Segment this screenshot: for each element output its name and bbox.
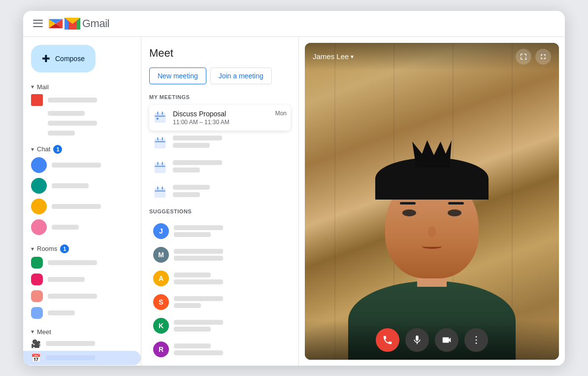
inbox-icon: [31, 94, 43, 106]
skeleton-line: [173, 185, 210, 190]
room-avatar-1: [31, 257, 43, 269]
compose-label: Compose: [55, 55, 85, 63]
suggestion-item-3[interactable]: S: [149, 290, 291, 314]
top-bar: Gmail: [23, 11, 565, 37]
chat-item-4[interactable]: [23, 217, 141, 238]
mail-item-2[interactable]: [23, 108, 141, 118]
chat-badge: 1: [53, 145, 62, 154]
rooms-section-label: Rooms: [37, 245, 57, 252]
mail-section-header[interactable]: ▾ Mail: [23, 80, 141, 92]
meeting-item-3[interactable]: [149, 180, 291, 205]
chat-section-header[interactable]: ▾ Chat 1: [23, 142, 141, 155]
divider-2: [23, 238, 141, 241]
skeleton-line: [174, 273, 211, 277]
room-item-4[interactable]: [23, 305, 141, 321]
meet-new-item[interactable]: 🎥: [23, 337, 141, 351]
meet-calendar-icon: 📅: [31, 353, 41, 363]
skeleton-line: [174, 303, 201, 308]
meeting-time-0: 11:00 AM – 11:30 AM: [173, 119, 269, 126]
meet-buttons: New meeting Join a meeting: [149, 68, 291, 84]
suggestion-avatar-5: R: [153, 342, 169, 357]
hair-spiky: [412, 140, 452, 168]
gmail-window: Gmail ✚ Compose ▾ Mail: [23, 11, 565, 366]
skeleton-line: [174, 296, 223, 301]
room-item-2[interactable]: [23, 271, 141, 288]
chat-section-label: Chat: [37, 145, 50, 153]
suggestion-item-5[interactable]: R: [149, 338, 291, 361]
suggestion-avatar-2: A: [153, 271, 169, 286]
svg-point-20: [476, 342, 477, 344]
expand-icon[interactable]: [516, 49, 531, 65]
room-item-3[interactable]: [23, 288, 141, 305]
video-header: James Lee ▾: [305, 43, 559, 70]
meeting-info-0: Discuss Proposal 11:00 AM – 11:30 AM: [173, 110, 269, 126]
chat-item-3[interactable]: [23, 196, 141, 217]
room-avatar-3: [31, 290, 43, 302]
gmail-logo: Gmail: [49, 17, 109, 31]
chat-skeleton-4: [52, 225, 133, 230]
mail-skeleton-4: [48, 131, 133, 136]
mouth: [422, 244, 442, 249]
meeting-skeleton-1: [173, 136, 222, 148]
meeting-skeleton-3: [173, 185, 210, 197]
more-options-button[interactable]: [464, 328, 488, 352]
gmail-m-icon: [49, 17, 63, 31]
new-meeting-button[interactable]: New meeting: [149, 68, 206, 84]
chat-item-1[interactable]: [23, 155, 141, 175]
person-head: [385, 175, 479, 278]
eyebrow-right: [448, 202, 464, 205]
mail-inbox-item[interactable]: [23, 92, 141, 108]
fullscreen-icon[interactable]: [535, 49, 551, 65]
suggestions-label: SUGGESTIONS: [149, 208, 291, 214]
video-user-chevron-icon[interactable]: ▾: [351, 53, 354, 60]
eye-left: [402, 209, 416, 216]
calendar-icon-3: [153, 186, 167, 200]
meeting-item-0[interactable]: Discuss Proposal 11:00 AM – 11:30 AM Mon: [149, 105, 291, 131]
suggestion-skeleton-5: [174, 343, 287, 355]
suggestion-avatar-0: J: [153, 223, 169, 239]
suggestion-skeleton-4: [174, 320, 287, 332]
svg-point-18: [476, 336, 477, 338]
join-meeting-button[interactable]: Join a meeting: [210, 68, 272, 84]
video-user-name-text: James Lee: [313, 52, 349, 61]
end-call-button[interactable]: [376, 328, 399, 352]
calendar-icon-0: [153, 111, 167, 125]
chat-item-2[interactable]: [23, 175, 141, 196]
gmail-logo-svg: [65, 18, 80, 30]
meeting-item-1[interactable]: [149, 131, 291, 155]
skeleton-line: [174, 350, 223, 355]
skeleton-line: [48, 260, 97, 265]
skeleton-line: [48, 310, 75, 315]
rooms-badge: 1: [60, 244, 69, 253]
rooms-section-header[interactable]: ▾ Rooms 1: [23, 241, 141, 254]
mail-item-4[interactable]: [23, 128, 141, 138]
meet-section-label: Meet: [37, 328, 51, 336]
sidebar: ✚ Compose ▾ Mail: [23, 37, 141, 366]
menu-icon[interactable]: [33, 19, 43, 29]
compose-button[interactable]: ✚ Compose: [31, 45, 96, 72]
suggestion-item-2[interactable]: A: [149, 267, 291, 290]
suggestion-item-1[interactable]: M: [149, 243, 291, 267]
room-avatar-2: [31, 273, 43, 285]
camera-button[interactable]: [435, 328, 458, 352]
mute-button[interactable]: [405, 328, 429, 352]
mail-skeleton-2: [48, 111, 133, 116]
chat-avatar-3: [31, 199, 47, 214]
meeting-item-2[interactable]: [149, 155, 291, 180]
svg-rect-10: [155, 163, 165, 172]
meet-section-header[interactable]: ▾ Meet: [23, 325, 141, 337]
room-item-1[interactable]: [23, 254, 141, 271]
skeleton-line: [174, 256, 223, 261]
meet-video-icon: 🎥: [31, 339, 41, 348]
meet-content-panel: Meet New meeting Join a meeting MY MEETI…: [141, 37, 299, 366]
suggestion-item-0[interactable]: J: [149, 219, 291, 243]
suggestion-item-4[interactable]: K: [149, 314, 291, 338]
skeleton-line: [174, 320, 223, 325]
calendar-icon-2: [153, 161, 167, 175]
nose: [428, 227, 436, 238]
meet-calendar-item[interactable]: 📅: [23, 351, 141, 365]
mail-chevron-icon: ▾: [31, 83, 34, 90]
chat-skeleton-1: [52, 163, 133, 168]
mail-item-3[interactable]: [23, 118, 141, 128]
mail-skeleton: [48, 98, 133, 103]
